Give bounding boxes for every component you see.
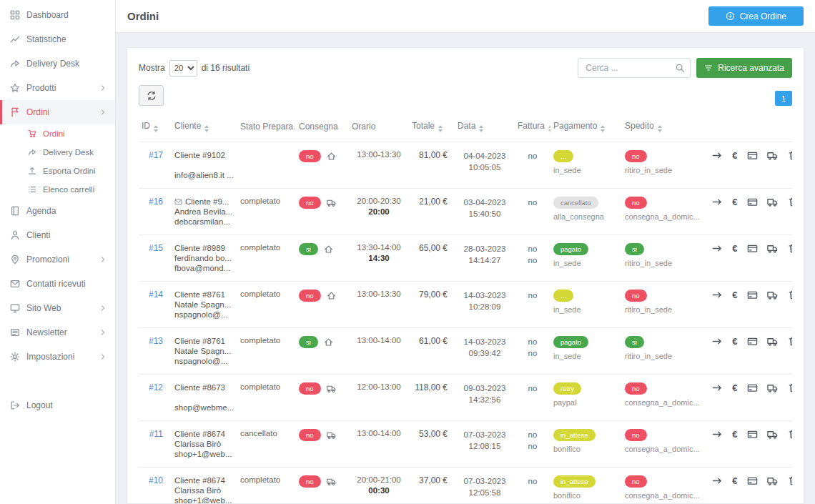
euro-icon[interactable]: € <box>732 475 737 486</box>
spedito-method: consegna_a_domic... <box>625 445 699 453</box>
column-header[interactable] <box>702 114 792 142</box>
sidebar-item-logout[interactable]: Logout <box>0 393 115 417</box>
book-icon <box>10 206 20 216</box>
column-header[interactable]: Consegna <box>296 114 349 142</box>
sidebar-item-esporta-ordini[interactable]: Esporta Ordini <box>0 162 115 180</box>
per-page-select[interactable]: 20 <box>169 60 197 76</box>
card-icon[interactable] <box>747 429 758 440</box>
per-page-group: Mostra 20 di 16 risultati <box>139 60 250 76</box>
sidebar-item-clienti[interactable]: Clienti <box>0 223 115 247</box>
sort-icons[interactable] <box>601 125 605 132</box>
card-icon[interactable] <box>747 336 758 347</box>
column-header[interactable]: ID <box>139 114 172 142</box>
truck-icon[interactable] <box>767 336 778 347</box>
card-icon[interactable] <box>747 382 758 393</box>
refresh-button[interactable] <box>139 85 164 106</box>
euro-icon[interactable]: € <box>732 429 737 440</box>
column-header[interactable]: Totale <box>409 114 455 142</box>
trash-icon[interactable] <box>788 382 792 393</box>
column-header[interactable]: Cliente <box>172 114 237 142</box>
card-icon[interactable] <box>747 243 758 254</box>
column-header[interactable]: Spedito <box>622 114 702 142</box>
trash-icon[interactable] <box>788 243 792 254</box>
euro-icon[interactable]: € <box>732 243 737 254</box>
truck-icon[interactable] <box>767 475 778 486</box>
order-id-link[interactable]: #16 <box>149 197 163 207</box>
orario-range: 13:00-13:30 <box>352 290 406 298</box>
arrow-right-icon[interactable] <box>712 429 723 440</box>
table-row: #17 Cliente #9102 info@alien8.it ... no … <box>139 142 792 189</box>
order-id-link[interactable]: #11 <box>149 429 163 439</box>
pagamento-method: in_sede <box>553 259 619 267</box>
sidebar-item-newsletter[interactable]: Newsletter <box>0 320 115 345</box>
trash-icon[interactable] <box>788 290 792 300</box>
sidebar-item-prodotti[interactable]: Prodotti <box>0 76 115 100</box>
trash-icon[interactable] <box>788 475 792 486</box>
trash-icon[interactable] <box>788 197 792 207</box>
arrow-right-icon[interactable] <box>712 150 723 161</box>
sidebar-item-delivery-desk[interactable]: Delivery Desk <box>0 143 115 162</box>
trash-icon[interactable] <box>788 429 792 440</box>
column-header[interactable]: Orario <box>349 114 409 142</box>
truck-icon[interactable] <box>767 197 778 207</box>
sort-icons[interactable] <box>548 125 550 132</box>
order-id-link[interactable]: #14 <box>149 290 163 300</box>
euro-icon[interactable]: € <box>732 197 737 207</box>
arrow-right-icon[interactable] <box>712 382 723 393</box>
sidebar-item-agenda[interactable]: Agenda <box>0 199 115 223</box>
arrow-right-icon[interactable] <box>712 336 723 347</box>
truck-icon[interactable] <box>767 429 778 440</box>
arrow-right-icon[interactable] <box>712 475 723 486</box>
card-icon[interactable] <box>747 290 758 300</box>
fattura-value: no <box>518 475 548 487</box>
sidebar-item-ordini[interactable]: Ordini <box>0 124 115 143</box>
euro-icon[interactable]: € <box>732 290 737 300</box>
main-area: Ordini Crea Ordine Mostra 20 di 16 risul… <box>116 0 815 504</box>
euro-icon[interactable]: € <box>732 336 737 347</box>
sidebar-item-impostazioni[interactable]: Impostazioni <box>0 345 115 369</box>
card-icon[interactable] <box>747 150 758 161</box>
search-input[interactable] <box>578 58 691 78</box>
order-id-link[interactable]: #15 <box>149 243 163 253</box>
truck-icon[interactable] <box>767 150 778 161</box>
sidebar-item-elenco-carrelli[interactable]: Elenco carrelli <box>0 180 115 199</box>
column-header[interactable]: Stato Prepara... <box>237 114 296 142</box>
order-id-link[interactable]: #10 <box>149 475 163 485</box>
sidebar-item-contatti-ricevuti[interactable]: Contatti ricevuti <box>0 272 115 296</box>
order-id-link[interactable]: #13 <box>149 336 163 346</box>
sidebar-item-statistiche[interactable]: Statistiche <box>0 27 115 51</box>
sidebar-item-promozioni[interactable]: Promozioni <box>0 247 115 272</box>
arrow-right-icon[interactable] <box>712 243 723 254</box>
order-id-link[interactable]: #17 <box>149 150 163 160</box>
sort-icons[interactable] <box>154 125 158 132</box>
sidebar-item-ordini[interactable]: Ordini <box>0 100 115 124</box>
sidebar-item-dashboard[interactable]: Dashboard <box>0 3 115 27</box>
column-header[interactable]: Pagamento <box>550 114 622 142</box>
sidebar-item-sito-web[interactable]: Sito Web <box>0 296 115 320</box>
column-header[interactable]: Data <box>455 114 515 142</box>
trash-icon[interactable] <box>788 336 792 347</box>
pagamento-method: bonifico <box>553 445 619 453</box>
trash-icon[interactable] <box>788 150 792 161</box>
create-order-button[interactable]: Crea Ordine <box>708 6 804 26</box>
sort-icons[interactable] <box>479 125 483 132</box>
card-icon[interactable] <box>747 475 758 486</box>
truck-icon[interactable] <box>767 290 778 300</box>
euro-icon[interactable]: € <box>732 382 737 393</box>
pagination-current-page[interactable]: 1 <box>775 91 792 106</box>
order-id-link[interactable]: #12 <box>149 382 163 392</box>
sidebar-item-label: Logout <box>26 400 53 410</box>
arrow-right-icon[interactable] <box>712 290 723 300</box>
card-icon[interactable] <box>747 197 758 207</box>
sidebar-item-delivery-desk[interactable]: Delivery Desk <box>0 51 115 76</box>
sort-icons[interactable] <box>438 125 443 132</box>
column-header[interactable]: Fattura <box>515 114 550 142</box>
advanced-search-button[interactable]: Ricerca avanzata <box>696 58 792 78</box>
chevron-right-icon <box>99 305 107 312</box>
sort-icons[interactable] <box>658 125 662 132</box>
arrow-right-icon[interactable] <box>712 197 723 207</box>
truck-icon[interactable] <box>767 382 778 393</box>
truck-icon[interactable] <box>767 243 778 254</box>
euro-icon[interactable]: € <box>732 150 737 161</box>
sort-icons[interactable] <box>204 125 209 132</box>
